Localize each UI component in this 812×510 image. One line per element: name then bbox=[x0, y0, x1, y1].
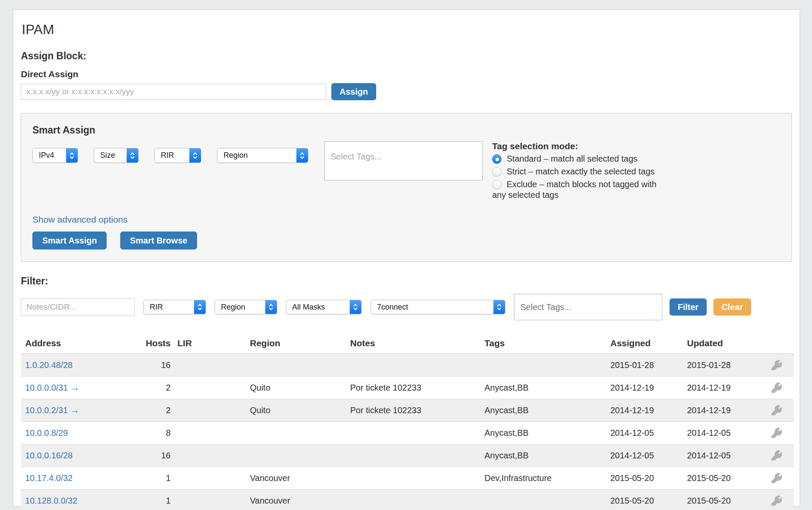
cell-tags: Anycast,BB bbox=[480, 451, 606, 461]
region-select[interactable]: Region bbox=[217, 148, 308, 163]
wrench-icon[interactable] bbox=[771, 382, 782, 393]
radio-icon[interactable] bbox=[492, 167, 502, 177]
smart-browse-button[interactable]: Smart Browse bbox=[120, 232, 197, 249]
cell-tags: Anycast,BB bbox=[480, 383, 606, 393]
column-header-updated: Updated bbox=[683, 338, 760, 348]
wrench-icon[interactable] bbox=[771, 450, 782, 461]
cell-tags: Anycast,BB bbox=[480, 406, 606, 415]
radio-icon[interactable] bbox=[492, 154, 502, 164]
cell-hosts: 8 bbox=[115, 428, 173, 438]
select-chevrons-icon bbox=[493, 300, 505, 314]
filter-region-select[interactable]: Region bbox=[215, 300, 277, 314]
direct-assign-row: Assign bbox=[21, 83, 792, 100]
address-link[interactable]: 10.17.4.0/32 bbox=[25, 473, 72, 483]
wrench-icon[interactable] bbox=[771, 496, 782, 506]
filter-tags-input[interactable] bbox=[514, 294, 662, 320]
assign-button[interactable]: Assign bbox=[331, 83, 376, 100]
cell-updated: 2014-12-19 bbox=[683, 383, 760, 393]
cell-assigned: 2014-12-05 bbox=[606, 451, 683, 461]
cell-region: Quito bbox=[246, 383, 346, 393]
tag-mode-strict-option[interactable]: Strict – match exactly the selected tags bbox=[492, 166, 668, 177]
cell-address: 10.0.0.16/28 bbox=[21, 451, 115, 461]
cell-notes: Por tickete 102233 bbox=[346, 406, 480, 415]
column-header-tags: Tags bbox=[480, 338, 606, 348]
cell-region: Quito bbox=[246, 406, 346, 415]
filter-heading: Filter: bbox=[21, 275, 792, 287]
filter-masks-select[interactable]: All Masks bbox=[286, 300, 362, 314]
wrench-icon[interactable] bbox=[771, 360, 782, 370]
tag-mode-standard-label: Standard – match all selected tags bbox=[507, 154, 638, 163]
table-row: 10.0.0.8/298Anycast,BB2014-12-052014-12-… bbox=[21, 422, 794, 444]
filter-resource-select[interactable]: 7connect bbox=[371, 300, 505, 314]
radio-icon[interactable] bbox=[492, 180, 502, 189]
rir-select-value: RIR bbox=[155, 151, 174, 160]
assign-block-heading: Assign Block: bbox=[21, 50, 792, 62]
cell-updated: 2014-12-05 bbox=[683, 428, 760, 438]
select-chevrons-icon bbox=[350, 300, 361, 314]
cell-actions bbox=[760, 360, 794, 370]
size-select[interactable]: Size bbox=[94, 148, 139, 163]
filter-resource-select-value: 7connect bbox=[371, 303, 408, 312]
address-link[interactable]: 10.0.0.8/29 bbox=[25, 428, 68, 438]
select-chevrons-icon bbox=[296, 148, 308, 162]
cell-updated: 2015-05-20 bbox=[683, 496, 760, 506]
cell-hosts: 1 bbox=[115, 473, 173, 483]
notes-cidr-input[interactable] bbox=[21, 298, 135, 316]
blocks-table: Address Hosts LIR Region Notes Tags Assi… bbox=[21, 336, 794, 510]
address-link[interactable]: 1.0.20.48/28 bbox=[25, 360, 72, 370]
rir-select[interactable]: RIR bbox=[154, 148, 201, 163]
cell-address: 10.0.0.0/31 → bbox=[21, 382, 115, 393]
select-chevrons-icon bbox=[189, 148, 201, 162]
tag-mode-exclude-option[interactable]: Exclude – match blocks not tagged with a… bbox=[492, 179, 668, 200]
wrench-icon[interactable] bbox=[771, 405, 782, 415]
subassignment-arrow-icon[interactable]: → bbox=[68, 382, 79, 392]
cell-updated: 2014-12-19 bbox=[683, 406, 760, 415]
ip-family-select[interactable]: IPv4 bbox=[32, 148, 78, 163]
show-advanced-options-link[interactable]: Show advanced options bbox=[32, 214, 128, 225]
address-link[interactable]: 10.128.0.0/32 bbox=[25, 496, 77, 505]
cell-assigned: 2015-05-20 bbox=[606, 496, 683, 506]
cell-address: 10.0.0.2/31 → bbox=[21, 405, 115, 415]
address-link[interactable]: 10.0.0.0/31 bbox=[25, 383, 68, 392]
tag-mode-standard-option[interactable]: Standard – match all selected tags bbox=[492, 154, 668, 164]
column-header-region: Region bbox=[246, 338, 346, 348]
subassignment-arrow-icon[interactable]: → bbox=[68, 405, 79, 415]
cell-actions bbox=[760, 382, 794, 393]
cell-address: 10.128.0.0/32 bbox=[21, 496, 115, 506]
smart-assign-heading: Smart Assign bbox=[32, 125, 780, 136]
table-row: 10.17.4.0/321VancouverDev,Infrastructure… bbox=[21, 467, 794, 490]
wrench-icon[interactable] bbox=[771, 428, 782, 438]
clear-button[interactable]: Clear bbox=[713, 298, 751, 316]
select-chevrons-icon bbox=[66, 148, 78, 162]
cell-updated: 2015-05-20 bbox=[683, 473, 760, 483]
filter-rir-select[interactable]: RIR bbox=[143, 300, 206, 314]
filter-controls: RIR Region All Masks 7connect Filter Cle… bbox=[21, 294, 792, 320]
cell-updated: 2014-12-05 bbox=[683, 451, 760, 461]
cell-address: 1.0.20.48/28 bbox=[21, 360, 115, 370]
smart-assign-button[interactable]: Smart Assign bbox=[32, 232, 107, 249]
cell-hosts: 1 bbox=[115, 496, 173, 506]
table-row: 10.128.0.0/321Vancouver2015-05-202015-05… bbox=[21, 490, 794, 510]
address-link[interactable]: 10.0.0.2/31 bbox=[25, 406, 68, 415]
table-row: 10.0.0.16/2816Anycast,BB2014-12-052014-1… bbox=[21, 444, 794, 467]
cell-assigned: 2015-01-28 bbox=[606, 360, 683, 370]
cell-region: Vancouver bbox=[246, 496, 346, 506]
filter-region-select-value: Region bbox=[215, 303, 245, 312]
wrench-icon[interactable] bbox=[771, 473, 782, 483]
table-row: 1.0.20.48/28162015-01-282015-01-28 bbox=[21, 354, 794, 377]
size-select-value: Size bbox=[94, 151, 115, 160]
direct-assign-input[interactable] bbox=[21, 84, 326, 100]
cell-assigned: 2015-05-20 bbox=[606, 473, 683, 483]
blocks-table-body: 1.0.20.48/28162015-01-282015-01-2810.0.0… bbox=[21, 354, 794, 510]
ip-family-select-value: IPv4 bbox=[33, 151, 54, 160]
column-header-notes: Notes bbox=[346, 338, 480, 348]
page-title: IPAM bbox=[22, 22, 792, 38]
region-select-value: Region bbox=[218, 151, 248, 160]
tag-selection-mode-heading: Tag selection mode: bbox=[492, 141, 668, 151]
filter-button[interactable]: Filter bbox=[670, 298, 707, 316]
cell-hosts: 16 bbox=[115, 451, 173, 461]
address-link[interactable]: 10.0.0.16/28 bbox=[25, 451, 72, 460]
smart-assign-tags-input[interactable] bbox=[324, 141, 483, 180]
select-chevrons-icon bbox=[265, 300, 277, 314]
column-header-assigned: Assigned bbox=[606, 338, 683, 348]
